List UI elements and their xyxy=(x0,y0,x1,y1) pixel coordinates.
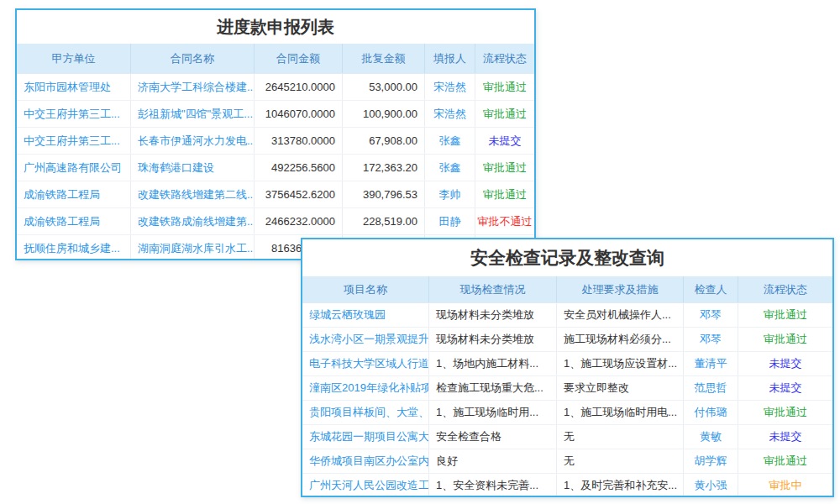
cell-status: 审批通过 xyxy=(738,449,832,473)
cell-inspection: 1、场地内施工材料... xyxy=(428,352,556,375)
cell-status: 未提交 xyxy=(738,425,832,449)
cell-project[interactable]: 绿城云栖玫瑰园 xyxy=(302,303,428,327)
progress-payment-panel: 进度款申报列表 甲方单位合同名称合同金额批复金额填报人流程状态 东阳市园林管理处… xyxy=(15,8,536,260)
cell-project[interactable]: 贵阳项目样板间、大堂、 xyxy=(302,401,428,424)
cell-measures: 1、施工现场临时用电... xyxy=(556,401,683,424)
cell-project[interactable]: 潼南区2019年绿化补贴项目 xyxy=(302,376,428,400)
safety-inspection-header-row: 项目名称现场检查情况处理要求及措施检查人流程状态 xyxy=(302,276,832,303)
cell-inspector[interactable]: 邓琴 xyxy=(683,303,738,327)
safety-inspection-row: 广州天河人民公园改造工程1、安全资料未完善...1、及时完善和补充安...黄小强… xyxy=(302,474,832,497)
cell-measures: 安全员对机械操作人... xyxy=(556,303,683,327)
column-header-inspection: 现场检查情况 xyxy=(428,276,556,302)
cell-inspection: 安全检查合格 xyxy=(428,425,556,449)
cell-status: 审批通过 xyxy=(475,181,534,207)
cell-unit[interactable]: 成渝铁路工程局 xyxy=(17,208,130,234)
cell-inspection: 现场材料未分类堆放 xyxy=(428,328,556,351)
progress-payment-row: 广州高速路有限公司珠海鹤港口建设492256.5600172,363.20张鑫审… xyxy=(17,155,534,181)
cell-reporter[interactable]: 宋浩然 xyxy=(424,74,475,100)
cell-status: 未提交 xyxy=(475,128,534,154)
cell-amount: 2466232.0000 xyxy=(254,208,342,234)
cell-inspection: 1、施工现场临时用... xyxy=(428,401,556,424)
cell-inspector[interactable]: 付伟璐 xyxy=(683,401,738,424)
cell-unit[interactable]: 中交王府井第三工... xyxy=(17,128,130,154)
progress-payment-row: 成渝铁路工程局改建铁路线增建第二线...3756452.6200390,796.… xyxy=(17,181,534,208)
cell-project[interactable]: 东城花园一期项目公寓大堂 xyxy=(302,425,428,449)
cell-measures: 1、施工现场应设置材... xyxy=(556,352,683,375)
safety-inspection-row: 贵阳项目样板间、大堂、1、施工现场临时用...1、施工现场临时用电...付伟璐审… xyxy=(302,401,832,425)
cell-unit[interactable]: 成渝铁路工程局 xyxy=(17,181,130,207)
cell-measures: 无 xyxy=(556,449,683,473)
cell-approved: 228,519.00 xyxy=(342,208,424,234)
column-header-contract: 合同名称 xyxy=(130,44,254,73)
column-header-status: 流程状态 xyxy=(475,44,534,73)
progress-payment-row: 东阳市园林管理处济南大学工科综合楼建...2645210.000053,000.… xyxy=(17,74,534,101)
cell-inspector[interactable]: 邓琴 xyxy=(683,328,738,351)
cell-reporter[interactable]: 张鑫 xyxy=(424,128,475,154)
page: 进度款申报列表 甲方单位合同名称合同金额批复金额填报人流程状态 东阳市园林管理处… xyxy=(0,0,840,504)
cell-inspector[interactable]: 胡学辉 xyxy=(683,449,738,473)
cell-inspection: 1、安全资料未完善... xyxy=(428,474,556,497)
cell-inspector[interactable]: 董清平 xyxy=(683,352,738,375)
cell-reporter[interactable]: 宋浩然 xyxy=(424,101,475,127)
safety-inspection-row: 绿城云栖玫瑰园现场材料未分类堆放安全员对机械操作人...邓琴审批通过 xyxy=(302,303,832,328)
cell-status: 未提交 xyxy=(738,376,832,400)
cell-project[interactable]: 华侨城项目南区办公室内 xyxy=(302,449,428,473)
cell-measures: 施工现场材料必须分... xyxy=(556,328,683,351)
cell-unit[interactable]: 广州高速路有限公司 xyxy=(17,155,130,181)
cell-approved: 53,000.00 xyxy=(342,74,424,100)
column-header-amount: 合同金额 xyxy=(254,44,342,73)
cell-status: 未提交 xyxy=(738,352,832,375)
cell-status: 审批中 xyxy=(738,474,832,497)
cell-amount: 492256.5600 xyxy=(254,155,342,181)
cell-unit[interactable]: 东阳市园林管理处 xyxy=(17,74,130,100)
cell-inspection: 良好 xyxy=(428,449,556,473)
cell-inspector[interactable]: 黄小强 xyxy=(683,474,738,497)
cell-status: 审批通过 xyxy=(738,328,832,351)
cell-approved: 172,363.20 xyxy=(342,155,424,181)
column-header-status: 流程状态 xyxy=(738,276,832,302)
cell-reporter[interactable]: 张鑫 xyxy=(424,155,475,181)
cell-measures: 1、及时完善和补充安... xyxy=(556,474,683,497)
cell-status: 审批不通过 xyxy=(475,208,534,234)
progress-payment-row: 中交王府井第三工...长春市伊通河水力发电...313780.000067,90… xyxy=(17,128,534,155)
cell-inspection: 现场材料未分类堆放 xyxy=(428,303,556,327)
cell-project[interactable]: 浅水湾小区一期景观提升 xyxy=(302,328,428,351)
cell-status: 审批通过 xyxy=(738,401,832,424)
safety-inspection-body: 绿城云栖玫瑰园现场材料未分类堆放安全员对机械操作人...邓琴审批通过浅水湾小区一… xyxy=(302,303,832,497)
cell-contract[interactable]: 珠海鹤港口建设 xyxy=(130,155,254,181)
cell-contract[interactable]: 湖南洞庭湖水库引水工... xyxy=(130,235,254,260)
cell-contract[interactable]: 改建铁路成渝线增建第... xyxy=(130,208,254,234)
cell-contract[interactable]: 长春市伊通河水力发电... xyxy=(130,128,254,154)
column-header-approved: 批复金额 xyxy=(342,44,424,73)
cell-contract[interactable]: 济南大学工科综合楼建... xyxy=(130,74,254,100)
cell-approved: 67,908.00 xyxy=(342,128,424,154)
cell-status: 审批通过 xyxy=(738,303,832,327)
cell-inspector[interactable]: 范思哲 xyxy=(683,376,738,400)
cell-contract[interactable]: 改建铁路线增建第二线... xyxy=(130,181,254,207)
safety-inspection-row: 浅水湾小区一期景观提升现场材料未分类堆放施工现场材料必须分...邓琴审批通过 xyxy=(302,328,832,352)
cell-project[interactable]: 电子科技大学区域人行道 xyxy=(302,352,428,375)
progress-payment-title: 进度款申报列表 xyxy=(17,10,534,44)
progress-payment-row: 中交王府井第三工...彭祖新城"四馆"景观工...1046070.0000100… xyxy=(17,101,534,128)
cell-reporter[interactable]: 李帅 xyxy=(424,181,475,207)
cell-project[interactable]: 广州天河人民公园改造工程 xyxy=(302,474,428,497)
cell-approved: 100,900.00 xyxy=(342,101,424,127)
column-header-project: 项目名称 xyxy=(302,276,428,302)
column-header-inspector: 检查人 xyxy=(683,276,738,302)
cell-status: 审批通过 xyxy=(475,155,534,181)
safety-inspection-row: 华侨城项目南区办公室内良好无胡学辉审批通过 xyxy=(302,449,832,474)
safety-inspection-title: 安全检查记录及整改查询 xyxy=(302,239,832,276)
cell-contract[interactable]: 彭祖新城"四馆"景观工... xyxy=(130,101,254,127)
cell-amount: 313780.0000 xyxy=(254,128,342,154)
cell-inspection: 检查施工现场重大危... xyxy=(428,376,556,400)
cell-unit[interactable]: 中交王府井第三工... xyxy=(17,101,130,127)
column-header-measures: 处理要求及措施 xyxy=(556,276,683,302)
cell-approved: 390,796.53 xyxy=(342,181,424,207)
cell-inspector[interactable]: 黄敏 xyxy=(683,425,738,449)
safety-inspection-row: 东城花园一期项目公寓大堂安全检查合格无黄敏未提交 xyxy=(302,425,832,449)
cell-amount: 1046070.0000 xyxy=(254,101,342,127)
cell-unit[interactable]: 抚顺住房和城乡建... xyxy=(17,235,130,260)
cell-status: 审批通过 xyxy=(475,101,534,127)
cell-measures: 无 xyxy=(556,425,683,449)
cell-reporter[interactable]: 田静 xyxy=(424,208,475,234)
